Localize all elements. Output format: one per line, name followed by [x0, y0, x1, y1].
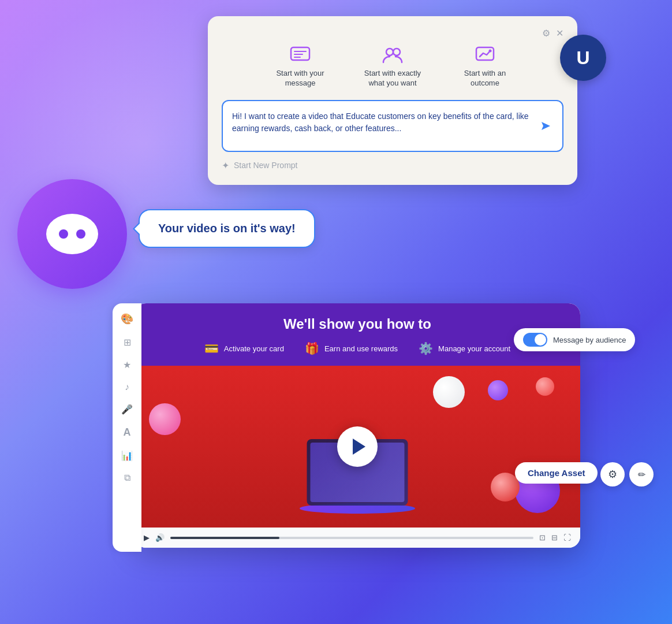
bot-eye-right	[76, 229, 85, 239]
tab-start-with-message[interactable]: Start with your message	[266, 46, 335, 88]
sidebar-mic-icon[interactable]: 🎤	[121, 404, 133, 415]
toggle-switch[interactable]	[523, 333, 547, 347]
sidebar-star-icon[interactable]: ★	[123, 359, 131, 370]
toggle-knob	[535, 334, 546, 346]
cc-icon[interactable]: ⊡	[539, 533, 546, 542]
play-control-icon[interactable]: ▶	[144, 533, 150, 542]
chat-bubble: Your video is on it's way!	[139, 209, 315, 248]
video-main-area	[135, 366, 580, 528]
control-icons-right: ⊡ ⊟ ⛶	[539, 533, 571, 542]
change-asset-button[interactable]: Change Asset	[515, 462, 598, 484]
feature-earn-label: Earn and use rewards	[324, 344, 398, 353]
gift-icon: 🎁	[305, 341, 319, 355]
feature-manage: ⚙️ Manage your account	[419, 341, 510, 355]
sidebar-text-icon[interactable]: A	[124, 426, 131, 439]
play-button[interactable]	[337, 426, 378, 467]
bot-face	[46, 214, 98, 254]
svg-point-5	[393, 49, 400, 55]
sphere-pink	[149, 403, 181, 435]
people-icon	[381, 46, 404, 64]
chat-bubble-text: Your video is on it's way!	[158, 222, 296, 235]
avatar-initial: U	[576, 47, 589, 69]
sphere-purple-sm	[488, 380, 508, 400]
card-header: ⚙ ✕	[222, 28, 563, 39]
bot-eye-left	[59, 229, 68, 239]
video-sidebar: 🎨 ⊞ ★ ♪ 🎤 A 📊 ⧉	[113, 303, 141, 552]
feature-activate-label: Activate your card	[224, 344, 284, 353]
tab-exact-label: Start with exactly what you want	[358, 69, 427, 88]
tab-start-with-exact[interactable]: Start with exactly what you want	[358, 46, 427, 88]
video-header: We'll show you how to 💳 Activate your ca…	[135, 303, 580, 366]
bot-avatar	[17, 179, 127, 289]
card-tabs: Start with your message Start with exact…	[222, 46, 563, 88]
sidebar-palette-icon[interactable]: 🎨	[121, 313, 133, 325]
prompt-input-text: Hi! I want to create a video that Educat…	[232, 110, 533, 135]
fullscreen-icon[interactable]: ⛶	[563, 533, 571, 542]
change-asset-label: Change Asset	[528, 468, 585, 478]
sphere-white	[433, 376, 465, 408]
user-avatar[interactable]: U	[560, 35, 606, 81]
feature-earn: 🎁 Earn and use rewards	[305, 341, 398, 355]
play-triangle-icon	[353, 439, 365, 455]
progress-bar[interactable]	[170, 537, 533, 539]
settings-gear-icon: ⚙️	[419, 341, 433, 355]
new-prompt-label: Start New Prompt	[234, 161, 297, 170]
sidebar-layers-icon[interactable]: ⧉	[124, 473, 130, 483]
new-prompt-row[interactable]: ✦ Start New Prompt	[222, 160, 563, 171]
svg-point-7	[489, 50, 492, 53]
video-controls: ▶ 🔊 ⊡ ⊟ ⛶	[135, 528, 580, 548]
feature-activate: 💳 Activate your card	[204, 341, 284, 355]
edit-button[interactable]: ✏	[629, 462, 654, 486]
sparkle-icon: ✦	[222, 160, 229, 171]
settings-button[interactable]: ⚙	[600, 462, 625, 486]
progress-bar-fill	[170, 537, 279, 539]
tab-start-with-outcome[interactable]: Start with an outcome	[450, 46, 520, 88]
message-by-audience-toggle[interactable]: Message by audience	[514, 328, 635, 351]
sidebar-music-icon[interactable]: ♪	[125, 382, 129, 392]
tab-outcome-label: Start with an outcome	[450, 69, 520, 88]
volume-icon[interactable]: 🔊	[155, 533, 165, 542]
feature-manage-label: Manage your account	[438, 344, 510, 353]
card-icon: 💳	[204, 341, 219, 355]
video-features: 💳 Activate your card 🎁 Earn and use rewa…	[151, 341, 564, 355]
toggle-label: Message by audience	[553, 336, 626, 344]
pencil-icon: ✏	[638, 469, 645, 480]
video-editor-card: 🎨 ⊞ ★ ♪ 🎤 A 📊 ⧉ We'll show you how to 💳 …	[113, 303, 580, 548]
send-button[interactable]	[537, 117, 554, 135]
prompt-card: ⚙ ✕ Start with your message	[208, 16, 577, 185]
subtitles-icon[interactable]: ⊟	[551, 533, 558, 542]
tab-message-label: Start with your message	[266, 69, 335, 88]
sphere-red-sm	[536, 377, 554, 396]
gear-icon: ⚙	[608, 468, 617, 481]
svg-point-4	[386, 49, 393, 55]
sidebar-scenes-icon[interactable]: ⊞	[124, 337, 131, 348]
settings-icon[interactable]: ⚙	[542, 28, 550, 39]
message-lines-icon	[289, 46, 312, 64]
video-title: We'll show you how to	[151, 316, 564, 332]
sidebar-chart-icon[interactable]: 📊	[121, 450, 133, 461]
prompt-input-area[interactable]: Hi! I want to create a video that Educat…	[222, 100, 563, 152]
outcome-icon	[473, 46, 496, 64]
close-icon[interactable]: ✕	[556, 28, 563, 39]
